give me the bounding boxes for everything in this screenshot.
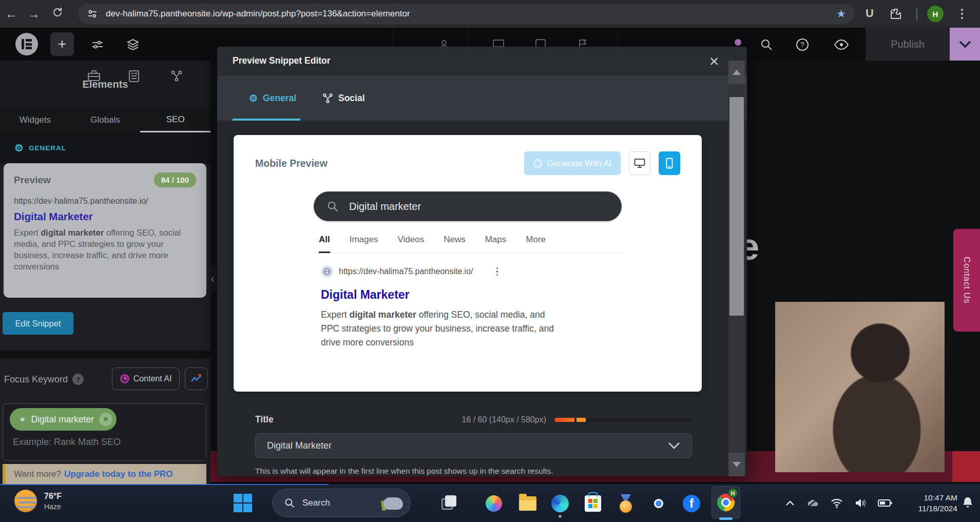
task-view-button[interactable] xyxy=(441,495,457,511)
tray-chevron-up-icon[interactable] xyxy=(785,500,795,506)
profile-avatar[interactable]: H xyxy=(927,6,944,22)
onedrive-paused-icon[interactable] xyxy=(806,498,819,508)
title-input[interactable]: Digital Marketer xyxy=(255,433,692,458)
trends-button[interactable] xyxy=(185,368,208,390)
scrollbar-thumb[interactable] xyxy=(729,97,744,316)
search-icon xyxy=(326,200,339,212)
tab-widgets[interactable]: Widgets xyxy=(0,108,70,132)
structure-layers-icon[interactable] xyxy=(126,38,140,53)
volume-icon[interactable] xyxy=(854,498,867,508)
chevron-down-icon xyxy=(668,442,680,449)
taskbar-search[interactable]: Search xyxy=(272,489,411,517)
keyword-tag-label: Digital marketer xyxy=(31,414,94,425)
preview-description: Expert digital marketer offering SEO, so… xyxy=(14,227,196,272)
keyword-tag[interactable]: ★ Digital marketer × xyxy=(10,408,117,431)
search-icon xyxy=(284,497,295,509)
serp-tab-videos[interactable]: Videos xyxy=(397,235,424,253)
serp-tab-images[interactable]: Images xyxy=(350,235,378,253)
publish-button[interactable]: Publish xyxy=(866,28,950,61)
store-windows-icon xyxy=(588,499,598,508)
wifi-icon[interactable] xyxy=(831,498,843,508)
reload-icon[interactable] xyxy=(45,7,70,21)
edit-snippet-button[interactable]: Edit Snippet xyxy=(3,312,73,335)
elementor-logo-icon xyxy=(22,39,32,49)
tab-general[interactable]: ⚙ General xyxy=(249,75,296,121)
content-doc-icon[interactable] xyxy=(128,70,140,85)
battery-icon[interactable] xyxy=(878,499,892,507)
monitor-icon xyxy=(634,158,645,168)
general-label: GENERAL xyxy=(29,144,66,152)
generate-with-ai-button[interactable]: Generate With AI xyxy=(524,151,621,175)
help-question-icon[interactable]: ? xyxy=(72,374,84,385)
title-field-label: Title xyxy=(255,414,274,425)
modal-scrollbar[interactable] xyxy=(728,61,745,476)
serp-tab-all[interactable]: All xyxy=(319,235,330,253)
toolbar-separator xyxy=(916,8,917,20)
mobile-preview-button[interactable] xyxy=(659,151,680,175)
rewards-medal-button[interactable] xyxy=(618,494,633,514)
remove-keyword-icon[interactable]: × xyxy=(99,413,112,426)
result-url[interactable]: https://dev-halima75.pantheonsite.io/ xyxy=(339,267,473,276)
upgrade-pro-link[interactable]: Upgrade today to the PRO xyxy=(64,469,173,479)
url-text[interactable]: dev-halima75.pantheonsite.io/wp-admin/po… xyxy=(106,9,410,19)
serp-tab-maps[interactable]: Maps xyxy=(485,235,507,253)
scroll-up-button[interactable] xyxy=(728,61,745,84)
title-input-value: Digital Marketer xyxy=(267,440,332,451)
title-helper-text: This is what will appear in the first li… xyxy=(255,467,692,476)
result-options-icon[interactable] xyxy=(496,267,498,276)
tab-globals[interactable]: Globals xyxy=(70,108,141,132)
clock-widget[interactable]: 10:47 AM 11/18/2024 xyxy=(893,484,957,522)
desktop-preview-button[interactable] xyxy=(629,151,650,175)
edge-running-dot xyxy=(559,515,562,518)
weather-widget[interactable]: 76°F Haze xyxy=(14,490,62,512)
title-char-counter: 16 / 60 (140px / 580px) xyxy=(462,415,546,424)
preview-eye-icon[interactable] xyxy=(834,39,849,52)
extensions-puzzle-icon[interactable] xyxy=(889,7,902,23)
globe-icon xyxy=(323,267,331,276)
condition-label: Haze xyxy=(44,502,62,511)
elementor-logo[interactable] xyxy=(15,33,38,55)
notification-bell-icon[interactable] xyxy=(962,496,973,512)
bookmark-star-icon[interactable]: ★ xyxy=(836,8,846,20)
contact-us-tab[interactable]: Contact Us xyxy=(953,229,980,332)
site-settings-sliders-icon[interactable] xyxy=(91,38,104,53)
grammar-extension-icon[interactable]: U xyxy=(866,7,874,20)
serp-tab-more[interactable]: More xyxy=(526,235,546,253)
publish-options-button[interactable] xyxy=(950,28,980,61)
tab-social-label: Social xyxy=(338,93,365,104)
browser-menu-icon[interactable] xyxy=(961,9,963,19)
schema-share-icon[interactable] xyxy=(170,70,183,84)
facebook-button[interactable]: f xyxy=(683,495,700,512)
toolbox-icon[interactable] xyxy=(87,70,101,84)
publish-label: Publish xyxy=(891,38,925,50)
focus-keyword-input[interactable]: ★ Digital marketer × Example: Rank Math … xyxy=(3,403,206,461)
file-explorer-button[interactable] xyxy=(519,496,536,511)
scroll-down-button[interactable] xyxy=(728,453,745,476)
gear-icon: ⚙ xyxy=(249,92,258,104)
site-settings-icon[interactable] xyxy=(86,8,99,20)
add-element-button[interactable]: + xyxy=(50,32,74,56)
finder-search-icon[interactable] xyxy=(760,38,773,53)
preview-title-link[interactable]: Digital Marketer xyxy=(14,210,196,223)
edge-browser-button[interactable] xyxy=(551,495,569,512)
close-icon[interactable]: × xyxy=(704,51,724,71)
tab-social[interactable]: Social xyxy=(322,75,365,121)
result-title-link[interactable]: Digital Marketer xyxy=(321,288,614,302)
copilot-button[interactable] xyxy=(486,495,502,512)
tab-seo[interactable]: SEO xyxy=(140,108,210,132)
result-description: Expert digital marketer offering SEO, so… xyxy=(321,308,562,350)
help-icon[interactable]: ? xyxy=(796,38,809,53)
back-icon[interactable]: ← xyxy=(0,7,23,21)
serp-search-bar[interactable]: Digital marketer xyxy=(314,191,622,221)
serp-tab-news[interactable]: News xyxy=(444,235,466,253)
address-bar[interactable]: dev-halima75.pantheonsite.io/wp-admin/po… xyxy=(78,4,854,24)
search-query: Digital marketer xyxy=(349,201,421,212)
forward-icon[interactable]: → xyxy=(23,7,45,21)
microsoft-store-button[interactable] xyxy=(585,495,601,512)
subtab-general[interactable]: ⚙ GENERAL xyxy=(14,142,66,154)
serp-result: https://dev-halima75.pantheonsite.io/ Di… xyxy=(314,265,622,350)
temperature-label: 76°F xyxy=(44,492,62,501)
start-button[interactable] xyxy=(234,494,252,512)
content-ai-button[interactable]: Content AI xyxy=(112,368,180,390)
chrome-profile-badge: H xyxy=(728,488,738,498)
